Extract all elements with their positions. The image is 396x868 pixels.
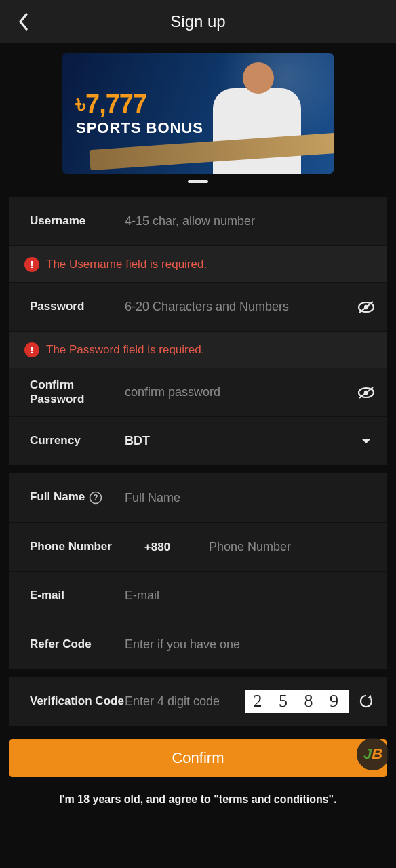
form-section-personal: Full Name? Phone Number +880 E-mail Refe… [9, 473, 387, 669]
currency-row[interactable]: Currency BDT [9, 416, 387, 465]
confirm-password-row: Confirm Password [9, 368, 387, 416]
password-error-text: The Password field is required. [46, 343, 204, 357]
banner-container: ৳7,777 SPORTS BONUS [0, 43, 396, 189]
form-section-verify: Verification Code 2 5 8 9 [9, 677, 387, 726]
promo-banner[interactable]: ৳7,777 SPORTS BONUS [62, 53, 334, 174]
verify-row: Verification Code 2 5 8 9 [9, 677, 387, 726]
fullname-row: Full Name? [9, 473, 387, 522]
back-icon[interactable] [12, 11, 34, 33]
chevron-down-icon [357, 432, 376, 451]
username-error-row: ! The Username field is required. [9, 245, 387, 282]
header: Sign up [0, 0, 396, 43]
username-error-text: The Username field is required. [46, 258, 207, 271]
password-error-row: ! The Password field is required. [9, 331, 387, 368]
username-input[interactable] [125, 214, 376, 229]
help-icon[interactable]: ? [86, 488, 105, 507]
currency-value: BDT [125, 434, 357, 448]
username-label: Username [30, 214, 125, 228]
eye-off-icon[interactable] [357, 298, 376, 317]
phone-country-code[interactable]: +880 [125, 540, 190, 554]
svg-text:?: ? [94, 493, 98, 502]
eye-off-icon[interactable] [357, 383, 376, 402]
refer-row: Refer Code [9, 620, 387, 669]
email-label: E-mail [30, 589, 125, 602]
verify-input[interactable] [125, 694, 243, 709]
fullname-label: Full Name? [30, 488, 125, 507]
refer-label: Refer Code [30, 637, 125, 651]
banner-bonus-label: SPORTS BONUS [76, 119, 203, 137]
currency-label: Currency [30, 434, 125, 448]
error-icon: ! [24, 257, 39, 272]
fullname-label-text: Full Name [30, 490, 85, 503]
fullname-input[interactable] [125, 491, 376, 505]
email-row: E-mail [9, 571, 387, 620]
refer-input[interactable] [125, 637, 376, 652]
password-label: Password [30, 300, 125, 313]
password-row: Password [9, 282, 387, 331]
confirm-password-input[interactable] [125, 385, 357, 399]
phone-input[interactable] [190, 540, 376, 554]
page-title: Sign up [0, 12, 396, 31]
phone-row: Phone Number +880 [9, 522, 387, 571]
phone-label: Phone Number [30, 540, 125, 553]
confirm-password-label: Confirm Password [30, 378, 125, 406]
form-section-credentials: Username ! The Username field is require… [9, 197, 387, 465]
refresh-icon[interactable] [357, 692, 376, 711]
floating-brand-badge[interactable]: JB [357, 738, 389, 770]
username-row: Username [9, 197, 387, 245]
agreement-text[interactable]: I'm 18 years old, and agree to "terms an… [0, 793, 396, 806]
verify-label: Verification Code [30, 694, 125, 708]
banner-text: ৳7,777 SPORTS BONUS [62, 90, 203, 137]
captcha-image: 2 5 8 9 [245, 690, 349, 713]
error-icon: ! [24, 342, 39, 357]
banner-bonus-amount: ৳7,777 [76, 90, 203, 119]
email-input[interactable] [125, 589, 376, 603]
password-input[interactable] [125, 300, 357, 314]
confirm-button[interactable]: Confirm [9, 739, 387, 777]
carousel-pager[interactable] [188, 180, 208, 183]
